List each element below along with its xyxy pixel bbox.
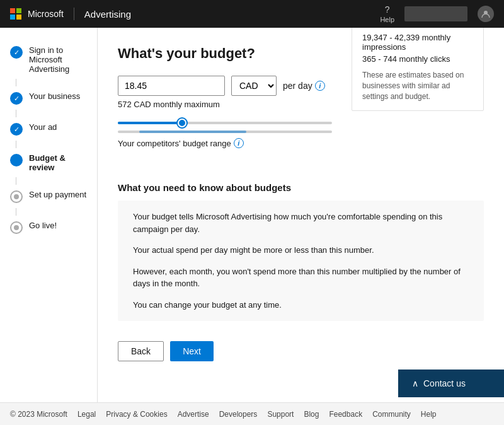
sidebar-item-your-ad[interactable]: Your ad xyxy=(0,117,97,141)
step-circle-sign-in xyxy=(10,46,23,59)
competitors-label: Your competitors' budget range i xyxy=(118,138,484,148)
sidebar-label-sign-in: Sign in to Microsoft Advertising xyxy=(29,45,87,74)
competitors-info-icon[interactable]: i xyxy=(234,138,244,148)
slider-track[interactable] xyxy=(118,122,332,124)
slider-fill xyxy=(118,122,182,124)
sidebar: Sign in to Microsoft Advertising Your bu… xyxy=(0,28,98,402)
budget-section: Estimated performance 19,347 - 42,339 mo… xyxy=(118,76,484,163)
nav-divider xyxy=(74,8,74,20)
nav-avatar[interactable] xyxy=(478,6,494,22)
footer-link-developers[interactable]: Developers xyxy=(219,410,258,419)
budget-info-title: What you need to know about budgets xyxy=(118,182,484,193)
dot-icon xyxy=(14,194,19,199)
budget-info-item-3: However, each month, you won't spend mor… xyxy=(130,265,471,290)
sidebar-label-budget-review: Budget & review xyxy=(29,153,87,172)
step-circle-budget-review xyxy=(10,154,23,166)
check-icon-3 xyxy=(14,125,20,134)
budget-input-row: CAD USD EUR GBP per day i xyxy=(118,76,339,96)
footer-link-support[interactable]: Support xyxy=(267,410,294,419)
step-circle-setup-payment xyxy=(10,190,23,203)
sidebar-connector-3 xyxy=(16,141,16,148)
sidebar-label-your-ad: Your ad xyxy=(29,122,57,132)
sidebar-item-go-live[interactable]: Go live! xyxy=(0,216,97,239)
sidebar-connector-2 xyxy=(16,110,16,117)
sidebar-connector-1 xyxy=(16,79,16,86)
next-button[interactable]: Next xyxy=(170,341,214,361)
footer-link-feedback[interactable]: Feedback xyxy=(329,410,362,419)
chevron-up-icon xyxy=(412,378,418,388)
top-nav: Microsoft Advertising ? Help xyxy=(0,0,504,28)
footer-link-legal[interactable]: Legal xyxy=(77,410,96,419)
competitors-range-fill xyxy=(139,131,246,133)
estimated-performance-box: Estimated performance 19,347 - 42,339 mo… xyxy=(352,28,484,111)
microsoft-logo: Microsoft xyxy=(10,8,64,20)
sidebar-label-go-live: Go live! xyxy=(29,221,57,230)
slider-thumb[interactable] xyxy=(178,119,186,127)
budget-info-list: Your budget tells Microsoft Advertising … xyxy=(118,201,484,321)
footer-link-privacy[interactable]: Privacy & Cookies xyxy=(106,410,167,419)
currency-select[interactable]: CAD USD EUR GBP xyxy=(231,76,277,96)
budget-info-item-2: Your actual spend per day might be more … xyxy=(130,244,471,257)
sidebar-item-budget-review[interactable]: Budget & review xyxy=(0,148,97,177)
nav-account-bar xyxy=(404,6,467,21)
competitors-range-bar xyxy=(118,131,332,133)
contact-us-label: Contact us xyxy=(423,378,466,388)
check-icon-2 xyxy=(14,95,20,103)
per-day-info-icon[interactable]: i xyxy=(315,81,325,91)
step-circle-your-business xyxy=(10,92,23,105)
sidebar-connector-5 xyxy=(16,208,16,216)
nav-right: ? Help xyxy=(380,4,494,24)
sidebar-item-sign-in[interactable]: Sign in to Microsoft Advertising xyxy=(0,40,97,79)
sidebar-connector-4 xyxy=(16,177,16,185)
footer-link-community[interactable]: Community xyxy=(372,410,411,419)
footer-copyright: © 2023 Microsoft xyxy=(10,410,67,419)
step-circle-your-ad xyxy=(10,123,23,136)
ms-brand-label: Microsoft xyxy=(28,9,64,19)
per-day-label: per day i xyxy=(283,81,325,91)
budget-info-item-1: Your budget tells Microsoft Advertising … xyxy=(130,211,471,235)
sidebar-label-setup-payment: Set up payment xyxy=(29,190,86,199)
contact-us-button[interactable]: Contact us xyxy=(398,370,504,397)
back-button[interactable]: Back xyxy=(118,341,164,361)
clicks-row: 365 - 744 monthly clicks xyxy=(362,54,473,64)
budget-info-item-4: You can change your budget at any time. xyxy=(130,299,471,311)
footer-link-help[interactable]: Help xyxy=(421,410,437,419)
budget-info-section: What you need to know about budgets Your… xyxy=(118,182,484,321)
step-circle-go-live xyxy=(10,221,23,234)
budget-slider-container xyxy=(118,122,332,133)
nav-help-button[interactable]: ? Help xyxy=(380,4,394,24)
impressions-row: 19,347 - 42,339 monthly impressions xyxy=(362,33,473,52)
sidebar-label-your-business: Your business xyxy=(29,91,80,101)
help-label: Help xyxy=(380,16,394,23)
est-perf-note: These are estimates based on businesses … xyxy=(362,70,473,102)
action-buttons-row: Back Next xyxy=(118,341,484,361)
main-layout: Sign in to Microsoft Advertising Your bu… xyxy=(0,28,504,402)
footer-link-blog[interactable]: Blog xyxy=(304,410,319,419)
dot-icon-2 xyxy=(14,225,19,230)
sidebar-item-setup-payment[interactable]: Set up payment xyxy=(0,185,97,208)
help-icon: ? xyxy=(380,4,394,15)
check-icon xyxy=(14,49,20,57)
footer: © 2023 Microsoft Legal Privacy & Cookies… xyxy=(0,402,504,425)
budget-input[interactable] xyxy=(118,76,225,96)
sidebar-item-your-business[interactable]: Your business xyxy=(0,86,97,110)
nav-product-label: Advertising xyxy=(84,9,131,20)
main-content: What's your budget? Estimated performanc… xyxy=(98,28,504,402)
footer-link-advertise[interactable]: Advertise xyxy=(178,410,209,419)
